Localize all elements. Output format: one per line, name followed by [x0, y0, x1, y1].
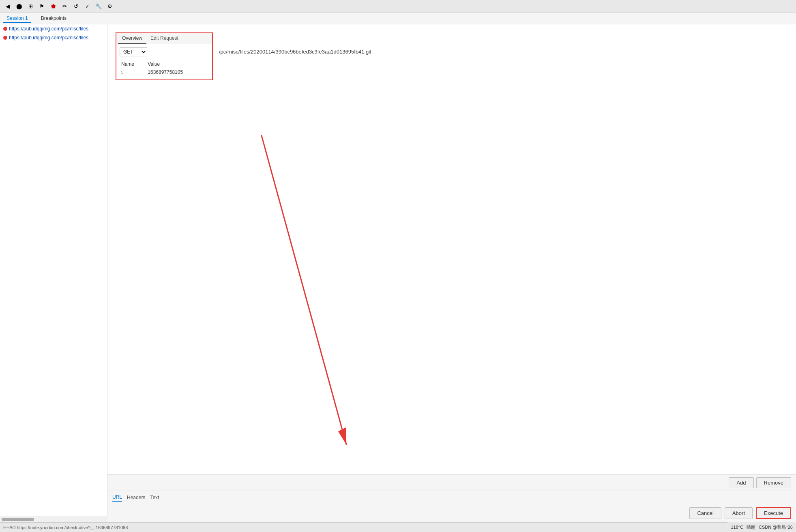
col-name: Name [120, 60, 146, 68]
tab-breakpoints[interactable]: Breakpoints [38, 15, 70, 23]
content-area: Overview Edit Request GET POST PUT DELET… [107, 24, 796, 522]
sidebar-scrollbar[interactable] [0, 516, 107, 522]
request-panel: Overview Edit Request GET POST PUT DELET… [116, 32, 213, 80]
sidebar-link-2[interactable]: https://pub.idqqimg.com/pc/misc/files [9, 35, 88, 41]
table-row: t 1636897758105 [120, 68, 209, 77]
url-headers-tabs: URL Headers Text [107, 491, 796, 504]
gear-icon[interactable]: ⚙ [105, 2, 114, 11]
cancel-button[interactable]: Cancel [689, 507, 721, 519]
tab-session1[interactable]: Session 1 [3, 15, 31, 23]
method-select[interactable]: GET POST PUT DELETE HEAD [120, 47, 147, 56]
svg-line-1 [262, 135, 347, 445]
tab-edit-request[interactable]: Edit Request [146, 33, 182, 44]
bookmark-icon[interactable]: ⚑ [37, 2, 46, 11]
request-body: GET POST PUT DELETE HEAD Name Value [116, 44, 212, 79]
sidebar-item-1[interactable]: https://pub.idqqimg.com/pc/misc/files [0, 24, 107, 33]
back-icon[interactable]: ◀ [3, 2, 12, 11]
arrow-annotation [107, 24, 796, 522]
sidebar-link-1[interactable]: https://pub.idqqimg.com/pc/misc/files [9, 26, 88, 32]
request-tabs: Overview Edit Request [116, 33, 212, 44]
pen-icon[interactable]: ✏ [60, 2, 69, 11]
params-table: Name Value t 1636897758105 [120, 60, 209, 76]
undo-icon[interactable]: ↺ [71, 2, 80, 11]
tab-overview[interactable]: Overview [118, 33, 146, 44]
circle-icon[interactable]: ⬤ [15, 2, 24, 11]
status-text: HEAD https://note.youdao.com/check-alive… [3, 525, 128, 530]
remove-button[interactable]: Remove [756, 477, 791, 488]
add-button[interactable]: Add [729, 477, 753, 488]
sidebar-item-2[interactable]: https://pub.idqqimg.com/pc/misc/files [0, 33, 107, 42]
tray-brand: CSDN @菜鸟*26 [759, 524, 793, 530]
status-bar: HEAD https://note.youdao.com/check-alive… [0, 522, 796, 532]
status-dot-2 [3, 36, 7, 40]
tab-text[interactable]: Text [150, 494, 159, 501]
col-value: Value [146, 60, 209, 68]
logo-icon[interactable]: ⬟ [49, 2, 58, 11]
url-path-display: /pc/misc/files/20200114/390bc96befed3c9f… [219, 49, 371, 55]
action-buttons: Cancel Abort Execute [107, 504, 796, 522]
main-layout: https://pub.idqqimg.com/pc/misc/files ht… [0, 24, 796, 522]
param-value: 1636897758105 [146, 68, 209, 77]
tray-temperature: 118°C [731, 525, 743, 530]
param-name: t [120, 68, 146, 77]
session-bar: Session 1 Breakpoints [0, 13, 796, 24]
check-icon[interactable]: ✓ [83, 2, 92, 11]
bottom-section: Add Remove URL Headers Text Cancel Abort… [107, 474, 796, 522]
wrench-icon[interactable]: 🔧 [94, 2, 103, 11]
toolbar: ◀ ⬤ ⊞ ⚑ ⬟ ✏ ↺ ✓ 🔧 ⚙ [0, 0, 796, 13]
tab-url[interactable]: URL [112, 493, 122, 502]
grid-icon[interactable]: ⊞ [26, 2, 35, 11]
sidebar: https://pub.idqqimg.com/pc/misc/files ht… [0, 24, 107, 522]
abort-button[interactable]: Abort [725, 507, 753, 519]
tab-headers[interactable]: Headers [127, 494, 145, 501]
scrollbar-thumb [2, 518, 34, 521]
status-dot-1 [3, 27, 7, 31]
method-url-row: GET POST PUT DELETE HEAD [120, 47, 209, 56]
system-tray: 118°C 晴朗 CSDN @菜鸟*26 [727, 522, 796, 532]
add-remove-row: Add Remove [107, 475, 796, 491]
tray-weather: 晴朗 [747, 524, 755, 530]
execute-button[interactable]: Execute [756, 507, 791, 519]
